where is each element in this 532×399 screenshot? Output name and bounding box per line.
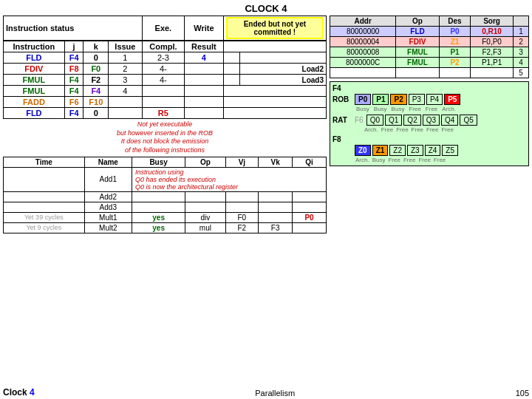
busy-p4: Free [424,106,439,112]
f8-busy-z3: Free [403,157,416,163]
instr-k-2: F2 [83,75,109,86]
sorg-4 [471,68,514,78]
sorg-0: 0,R10 [471,27,514,37]
addr-1: 80000004 [330,37,396,47]
rat-busy-q4: Free [426,126,439,133]
f8-busy-z1: Busy [372,157,386,163]
instr-k-5: 0 [83,108,109,119]
addr-0: 80000000 [330,27,396,37]
f8-busy-z5: Free [433,157,446,163]
instr-j-3: F4 [64,86,83,97]
instr-j-5: F4 [64,108,83,119]
table-row: FLD F4 0 R5 [4,108,327,119]
f8-z1: Z1 [372,145,389,156]
bottom-bar: Clock 4 Parallelism 105 [3,387,529,398]
busy-p0: Busy [355,106,371,112]
f8-z5: Z5 [442,145,458,156]
addr-4 [330,68,396,78]
instr-j-2: F4 [64,75,83,86]
instr-result-3 [185,86,224,97]
instr-status-header: Instruction status [4,16,143,41]
instr-name-4: FADD [4,97,65,108]
f6-rat-label: F6 [355,116,364,124]
instr-j-4: F6 [64,97,83,108]
num-1: 2 [513,37,528,47]
f8-busy-z0: Arch. [355,157,370,163]
op-1: FDIV [396,37,439,47]
num-4: 5 [513,68,528,78]
col-issue-header: Issue [109,41,143,52]
rat-busy-q2: Free [395,126,409,133]
f8-z2: Z2 [389,145,406,156]
rob-p1: P1 [372,94,389,105]
instr-result-1 [185,64,224,75]
clock-label: Clock 4 [3,387,35,398]
write-header: Write [185,16,224,41]
page-title: CLOCK 4 [0,0,532,16]
op-header: Op [185,157,225,167]
mult1-vj: F0 [225,212,259,222]
op-0: FLD [396,27,439,37]
instr-name-3: FMUL [4,86,65,97]
rat-busy-q0: Arch. [364,126,379,133]
instr-result-4 [185,97,224,108]
op-col-header: Op [396,16,439,27]
page-number: 105 [516,389,529,398]
mult1-cycles: Yet 39 cycles [4,212,85,222]
sorg-2: F2,F3 [471,47,514,58]
col-k-header: k [83,41,109,52]
instr-issue-4 [109,97,143,108]
table-row: FMUL F4 F4 4 [4,86,327,97]
instr-issue-0: 1 [109,52,143,64]
mult1-qi: P0 [293,212,327,222]
mult2-op: mul [185,222,225,233]
rat-q0: Q0 [366,115,383,126]
f8-busy-z4: Free [417,157,431,163]
add2-name: Add2 [84,191,132,202]
exe-header: Exe. [142,16,184,41]
mult2-name: Mult2 [84,222,132,233]
add3-row: Add3 [4,202,327,212]
instr-issue-1: 2 [109,64,143,75]
instr-compl-3 [142,86,184,97]
vk-header: Vk [259,157,293,167]
busy-header: Busy [132,157,185,167]
f8-section-label: F8 [332,135,526,143]
rat-q1: Q1 [385,115,402,126]
instr-name-5: FLD [4,108,65,119]
instr-result-5 [185,108,224,119]
add1-row: Add1 Instruction usingQ0 has ended its e… [4,167,327,191]
time-header: Time [4,157,85,167]
des-2: P1 [439,47,471,58]
ended-box: Ended but not yet committed ! [226,17,324,39]
rob-p4: P4 [426,94,443,105]
mult1-row: Yet 39 cycles Mult1 yes div F0 P0 [4,212,327,222]
f8-busy-z2: Free [387,157,400,163]
table-row: FLD F4 0 1 2-3 4 [4,52,327,64]
add1-name: Add1 [84,167,132,191]
instr-result-0: 4 [185,52,224,64]
rat-label: RAT [332,116,353,124]
add2-row: Add2 [4,191,327,202]
addr-row-0: 80000000 FLD P0 0,R10 1 [330,27,529,37]
mult2-vk: F3 [259,222,293,233]
mult1-name: Mult1 [84,212,132,222]
instr-j-1: F8 [64,64,83,75]
mult2-vj: F2 [225,222,259,233]
table-row: FDIV F8 F0 2 4- Load2 [4,64,327,75]
num-3: 4 [513,58,528,68]
table-row: FADD F6 F10 [4,97,327,108]
busy-p5: Arch. [440,106,457,112]
rat-q2: Q2 [403,115,420,126]
sorg-3: P1,P1 [471,58,514,68]
vj-header: Vj [225,157,259,167]
num-0: 1 [513,27,528,37]
num-2: 3 [513,47,528,58]
clock-number: 4 [30,387,35,398]
col-instr-header: Instruction [4,41,65,52]
addr-row-1: 80000004 FDIV Z1 F0,P0 2 [330,37,529,47]
rat-q3: Q3 [423,115,440,126]
des-3: P2 [439,58,471,68]
instr-busy-0 [223,52,239,64]
rat-q5: Q5 [460,115,477,126]
